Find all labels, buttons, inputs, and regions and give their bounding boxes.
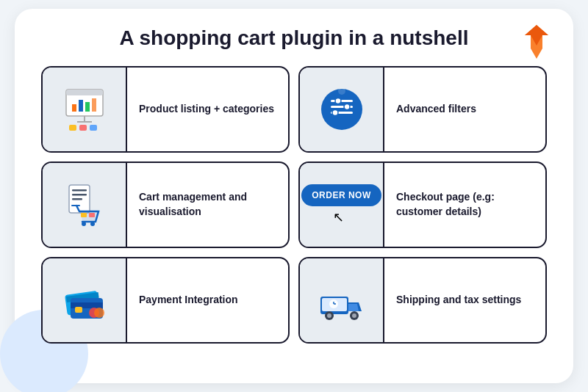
checkout-icon-area: ORDER NOW ↖ [300,163,384,247]
payment-integration-label: Payment Integration [127,286,250,315]
svg-point-24 [90,222,95,226]
checkout-label: Checkout page (e.g: customer details) [384,183,545,226]
svg-rect-2 [72,104,76,112]
payment-integration-icon [59,275,110,326]
svg-rect-12 [331,100,353,102]
page-title: A shopping cart plugin in a nutshell [41,26,547,50]
product-listing-label: Product listing + categories [127,95,286,124]
svg-rect-27 [89,213,95,217]
cart-management-icon-area [43,163,127,247]
svg-rect-4 [85,102,90,112]
svg-point-23 [82,222,86,226]
svg-rect-5 [92,98,96,112]
cursor-icon: ↖ [333,209,344,225]
svg-rect-21 [72,194,87,196]
feature-card-payment-integration: Payment Integration [41,257,290,344]
svg-point-18 [338,87,345,95]
svg-point-40 [352,313,356,318]
svg-point-15 [335,98,341,104]
feature-card-cart-management: Cart management and visualisation [41,161,290,248]
svg-rect-22 [72,198,82,200]
advanced-filters-label: Advanced filters [384,95,488,124]
advanced-filters-icon [316,84,368,135]
advanced-filters-icon-area [300,68,384,151]
feature-card-product-listing: Product listing + categories [41,66,290,153]
main-card: A shopping cart plugin in a nutshell [15,9,573,383]
svg-point-34 [94,308,104,318]
svg-rect-32 [75,307,82,313]
svg-point-11 [321,89,362,130]
payment-integration-icon-area [43,258,127,342]
svg-rect-20 [72,189,87,192]
svg-rect-3 [79,100,83,112]
svg-point-38 [327,313,331,318]
shipping-tax-label: Shipping and tax settings [384,286,533,315]
svg-rect-26 [81,213,87,217]
svg-rect-10 [90,125,97,131]
svg-rect-1 [66,90,103,95]
cart-management-icon [59,179,110,231]
svg-point-16 [344,104,350,110]
shipping-tax-icon [316,275,368,326]
shipping-tax-icon-area [300,258,384,342]
feature-card-shipping-tax: Shipping and tax settings [298,257,547,344]
feature-card-advanced-filters: Advanced filters [298,66,547,153]
feature-card-checkout: ORDER NOW ↖ Checkout page (e.g: customer… [298,161,547,248]
svg-rect-8 [69,125,76,131]
svg-point-17 [332,110,338,116]
product-listing-icon [59,84,110,135]
product-listing-icon-area [43,68,127,151]
order-now-button[interactable]: ORDER NOW [301,184,381,206]
svg-rect-9 [79,125,87,131]
features-grid: Product listing + categories [41,66,547,344]
cart-management-label: Cart management and visualisation [127,183,288,226]
